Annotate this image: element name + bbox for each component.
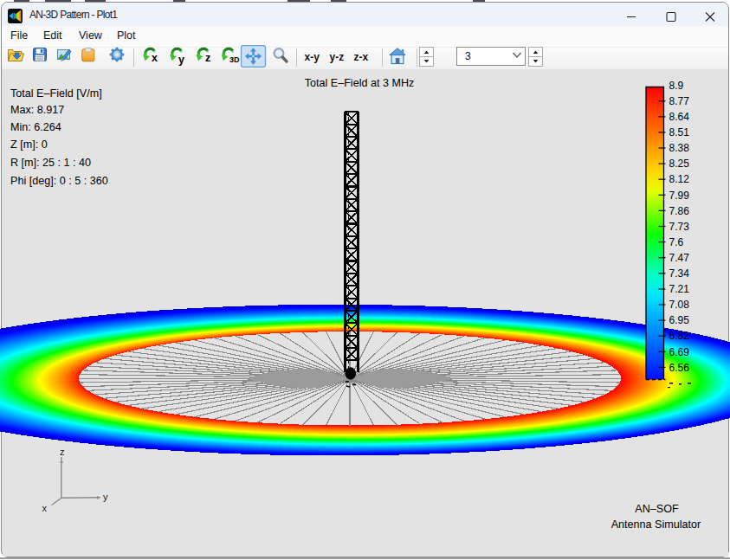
- svg-text:x: x: [42, 503, 48, 513]
- svg-text:7.08: 7.08: [669, 299, 690, 311]
- svg-text:7.99: 7.99: [669, 190, 690, 202]
- svg-text:7.73: 7.73: [669, 221, 690, 233]
- svg-text:Phi [deg]: 0 : 5 : 360: Phi [deg]: 0 : 5 : 360: [10, 175, 108, 187]
- svg-text:6.95: 6.95: [669, 314, 690, 326]
- svg-text:Max: 8.917: Max: 8.917: [10, 104, 64, 116]
- svg-text:Min: 6.264: Min: 6.264: [10, 121, 61, 133]
- svg-text:Total E–Field [V/m]: Total E–Field [V/m]: [10, 87, 102, 100]
- svg-text:z: z: [205, 52, 210, 64]
- svg-text:6.82: 6.82: [669, 330, 690, 342]
- svg-text:8.25: 8.25: [669, 158, 690, 170]
- svg-text:8.38: 8.38: [669, 142, 690, 154]
- svg-text:Z [m]: 0: Z [m]: 0: [10, 138, 48, 151]
- svg-text:8.9: 8.9: [669, 80, 684, 92]
- svg-text:y: y: [178, 54, 184, 66]
- svg-text:7.47: 7.47: [669, 252, 690, 264]
- svg-text:6.69: 6.69: [669, 346, 690, 358]
- svg-text:Antenna Simulator: Antenna Simulator: [611, 518, 701, 531]
- svg-text:7.86: 7.86: [669, 205, 690, 217]
- svg-text:8.77: 8.77: [669, 95, 690, 107]
- svg-text:R [m]: 25 : 1 : 40: R [m]: 25 : 1 : 40: [10, 157, 91, 169]
- svg-text:8.64: 8.64: [669, 111, 690, 123]
- svg-text:7.21: 7.21: [669, 283, 690, 295]
- svg-text:z: z: [60, 447, 65, 457]
- svg-text:y: y: [103, 492, 108, 502]
- svg-text:8.51: 8.51: [669, 126, 690, 138]
- svg-text:3D: 3D: [229, 55, 240, 64]
- svg-text:AN–SOF: AN–SOF: [635, 503, 679, 515]
- svg-text:7.6: 7.6: [669, 236, 684, 248]
- svg-text:6.56: 6.56: [669, 362, 690, 374]
- svg-text:7.34: 7.34: [669, 267, 690, 280]
- svg-text:Total E–Field at 3 MHz: Total E–Field at 3 MHz: [305, 77, 415, 89]
- svg-text:8.12: 8.12: [669, 173, 690, 185]
- svg-text:x: x: [152, 52, 158, 64]
